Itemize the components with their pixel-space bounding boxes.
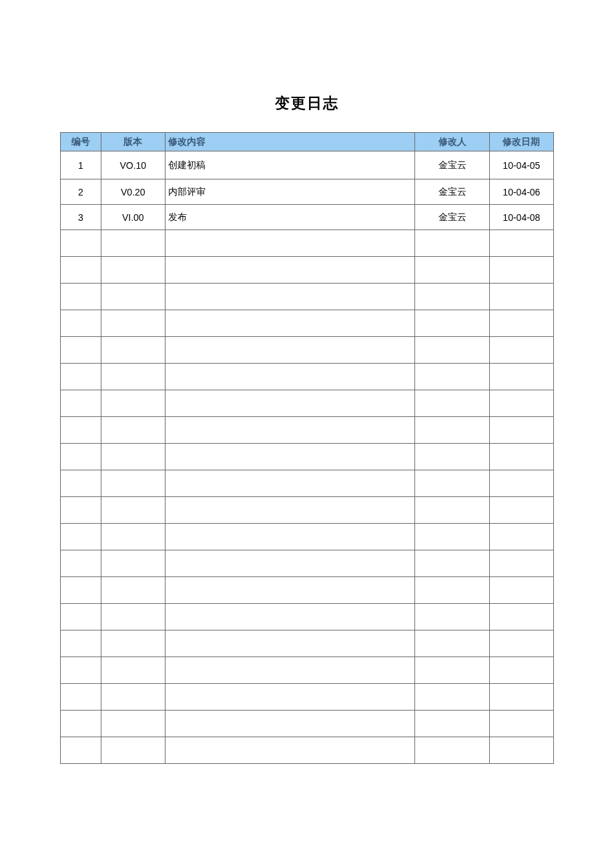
cell-version bbox=[101, 684, 165, 711]
cell-content bbox=[165, 630, 415, 657]
cell-author bbox=[415, 284, 489, 310]
cell-id: 3 bbox=[61, 205, 101, 230]
cell-id bbox=[61, 417, 101, 444]
cell-content bbox=[165, 284, 415, 310]
cell-author bbox=[415, 604, 489, 630]
cell-version: V0.20 bbox=[101, 179, 165, 205]
cell-version bbox=[101, 390, 165, 417]
cell-author: 金宝云 bbox=[415, 151, 489, 179]
cell-content bbox=[165, 577, 415, 604]
cell-version: VO.10 bbox=[101, 151, 165, 179]
cell-id bbox=[61, 524, 101, 550]
col-header-author: 修改人 bbox=[415, 133, 489, 151]
page-title: 变更日志 bbox=[60, 93, 554, 113]
cell-author: 金宝云 bbox=[415, 205, 489, 230]
cell-version bbox=[101, 497, 165, 524]
cell-author bbox=[415, 230, 489, 257]
cell-content: 创建初稿 bbox=[165, 151, 415, 179]
cell-author bbox=[415, 337, 489, 364]
changelog-table: 编号 版本 修改内容 修改人 修改日期 1VO.10创建初稿金宝云10-04-0… bbox=[60, 132, 554, 764]
cell-author: 金宝云 bbox=[415, 179, 489, 205]
cell-id bbox=[61, 684, 101, 711]
cell-date bbox=[489, 257, 553, 284]
cell-date bbox=[489, 524, 553, 550]
table-row: 1VO.10创建初稿金宝云10-04-05 bbox=[61, 151, 554, 179]
cell-version bbox=[101, 364, 165, 390]
table-row bbox=[61, 604, 554, 630]
cell-id bbox=[61, 390, 101, 417]
cell-id bbox=[61, 364, 101, 390]
cell-content bbox=[165, 230, 415, 257]
cell-content bbox=[165, 737, 415, 764]
table-row bbox=[61, 390, 554, 417]
cell-version bbox=[101, 577, 165, 604]
cell-content bbox=[165, 604, 415, 630]
cell-content bbox=[165, 524, 415, 550]
cell-date bbox=[489, 711, 553, 737]
cell-date bbox=[489, 390, 553, 417]
cell-version bbox=[101, 470, 165, 497]
table-row bbox=[61, 230, 554, 257]
cell-version bbox=[101, 657, 165, 684]
cell-author bbox=[415, 550, 489, 577]
cell-version bbox=[101, 737, 165, 764]
table-row bbox=[61, 470, 554, 497]
cell-date bbox=[489, 230, 553, 257]
table-row bbox=[61, 284, 554, 310]
cell-version bbox=[101, 550, 165, 577]
cell-date bbox=[489, 284, 553, 310]
table-row bbox=[61, 444, 554, 470]
cell-content bbox=[165, 657, 415, 684]
col-header-content: 修改内容 bbox=[165, 133, 415, 151]
cell-version bbox=[101, 711, 165, 737]
cell-version bbox=[101, 284, 165, 310]
cell-version bbox=[101, 524, 165, 550]
cell-id bbox=[61, 497, 101, 524]
cell-id bbox=[61, 444, 101, 470]
cell-content bbox=[165, 684, 415, 711]
cell-content: 内部评审 bbox=[165, 179, 415, 205]
cell-author bbox=[415, 417, 489, 444]
cell-content bbox=[165, 257, 415, 284]
cell-date: 10-04-06 bbox=[489, 179, 553, 205]
cell-id bbox=[61, 577, 101, 604]
col-header-date: 修改日期 bbox=[489, 133, 553, 151]
cell-date bbox=[489, 310, 553, 337]
cell-author bbox=[415, 497, 489, 524]
cell-version: VI.00 bbox=[101, 205, 165, 230]
table-row: 3VI.00发布金宝云10-04-08 bbox=[61, 205, 554, 230]
cell-author bbox=[415, 737, 489, 764]
col-header-version: 版本 bbox=[101, 133, 165, 151]
cell-date bbox=[489, 577, 553, 604]
cell-id: 2 bbox=[61, 179, 101, 205]
cell-date bbox=[489, 630, 553, 657]
cell-version bbox=[101, 630, 165, 657]
cell-date bbox=[489, 470, 553, 497]
cell-id bbox=[61, 737, 101, 764]
cell-date bbox=[489, 657, 553, 684]
cell-id bbox=[61, 550, 101, 577]
table-row bbox=[61, 337, 554, 364]
cell-author bbox=[415, 657, 489, 684]
cell-date bbox=[489, 444, 553, 470]
cell-id bbox=[61, 230, 101, 257]
cell-content bbox=[165, 444, 415, 470]
cell-date bbox=[489, 604, 553, 630]
cell-date: 10-04-08 bbox=[489, 205, 553, 230]
cell-version bbox=[101, 230, 165, 257]
table-row bbox=[61, 417, 554, 444]
table-row bbox=[61, 364, 554, 390]
table-row bbox=[61, 577, 554, 604]
cell-date bbox=[489, 364, 553, 390]
cell-author bbox=[415, 711, 489, 737]
cell-date bbox=[489, 737, 553, 764]
cell-date bbox=[489, 550, 553, 577]
table-row bbox=[61, 684, 554, 711]
cell-content bbox=[165, 550, 415, 577]
cell-version bbox=[101, 257, 165, 284]
cell-content bbox=[165, 417, 415, 444]
cell-author bbox=[415, 524, 489, 550]
cell-date bbox=[489, 497, 553, 524]
cell-author bbox=[415, 257, 489, 284]
cell-author bbox=[415, 444, 489, 470]
